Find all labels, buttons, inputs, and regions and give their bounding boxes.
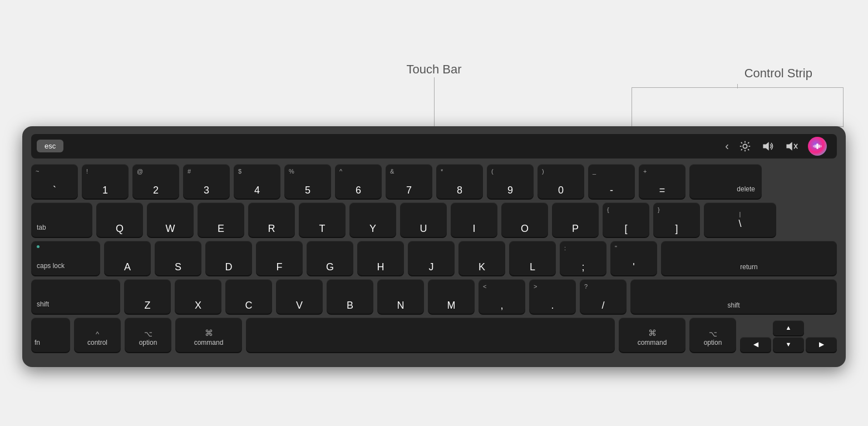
key-quote[interactable]: " '	[610, 241, 657, 275]
key-y[interactable]: Y	[349, 202, 396, 237]
key-z[interactable]: Z	[124, 279, 171, 314]
key-equals[interactable]: + =	[639, 164, 685, 199]
keyboard: esc ‹	[22, 126, 846, 367]
key-a[interactable]: A	[104, 241, 151, 275]
key-r[interactable]: R	[248, 202, 295, 237]
key-i[interactable]: I	[451, 202, 497, 237]
key-u[interactable]: U	[400, 202, 447, 237]
key-tab[interactable]: tab	[31, 202, 92, 237]
touch-bar-volume-icon[interactable]	[761, 140, 775, 152]
key-command-right[interactable]: ⌘ command	[619, 318, 685, 352]
key-e[interactable]: E	[198, 202, 244, 237]
key-x[interactable]: X	[175, 279, 221, 314]
key-caps-lock[interactable]: caps lock	[31, 241, 100, 275]
key-bracket-left[interactable]: { [	[603, 202, 649, 237]
key-w[interactable]: W	[147, 202, 194, 237]
zxcv-row: shift Z X C V B N M < , > . ? / shift	[31, 279, 837, 314]
touch-bar-line	[434, 77, 435, 127]
key-arrow-down[interactable]: ▼	[773, 337, 804, 352]
key-delete[interactable]: delete	[689, 164, 762, 199]
control-strip-left-line	[632, 87, 632, 127]
key-g[interactable]: G	[307, 241, 353, 275]
key-period[interactable]: > .	[529, 279, 576, 314]
svg-line-7	[748, 142, 749, 143]
key-2[interactable]: @ 2	[132, 164, 179, 199]
svg-point-14	[816, 143, 819, 149]
arrow-keys: ◀ ▲ ▼ ▶	[740, 320, 837, 352]
control-strip-label-line	[737, 84, 738, 88]
touch-bar-siri-icon[interactable]	[808, 137, 827, 156]
key-t[interactable]: T	[299, 202, 346, 237]
caps-lock-indicator	[37, 245, 40, 248]
key-option-left[interactable]: ⌥ option	[125, 318, 171, 352]
bottom-row: fn ^ control ⌥ option ⌘ command ⌘ comm	[31, 318, 837, 352]
key-arrow-up[interactable]: ▲	[773, 320, 804, 335]
key-m[interactable]: M	[428, 279, 475, 314]
key-9[interactable]: ( 9	[487, 164, 534, 199]
svg-line-8	[741, 149, 742, 150]
key-h[interactable]: H	[357, 241, 404, 275]
touch-bar-brightness-icon[interactable]	[739, 140, 751, 152]
key-c[interactable]: C	[225, 279, 272, 314]
key-bracket-right[interactable]: } ]	[653, 202, 700, 237]
key-4[interactable]: $ 4	[234, 164, 280, 199]
key-k[interactable]: K	[458, 241, 505, 275]
key-d[interactable]: D	[205, 241, 252, 275]
svg-point-15	[815, 145, 816, 148]
esc-key[interactable]: esc	[37, 140, 63, 152]
svg-point-18	[821, 145, 822, 147]
key-n[interactable]: N	[377, 279, 424, 314]
svg-point-0	[743, 144, 747, 148]
key-7[interactable]: & 7	[386, 164, 432, 199]
key-semicolon[interactable]: : ;	[560, 241, 606, 275]
qwerty-row: tab Q W E R T Y U I O P { [ } ] | \	[31, 202, 837, 237]
svg-marker-9	[763, 142, 768, 150]
key-8[interactable]: * 8	[436, 164, 483, 199]
touch-bar: esc ‹	[31, 134, 837, 158]
key-arrow-left[interactable]: ◀	[740, 337, 771, 352]
key-l[interactable]: L	[509, 241, 556, 275]
touch-bar-chevron-icon[interactable]: ‹	[725, 140, 729, 152]
key-shift-right[interactable]: shift	[630, 279, 837, 314]
key-return[interactable]: return	[661, 241, 837, 275]
svg-marker-10	[786, 142, 792, 150]
key-f[interactable]: F	[256, 241, 303, 275]
key-p[interactable]: P	[552, 202, 599, 237]
key-o[interactable]: O	[501, 202, 548, 237]
key-shift-left[interactable]: shift	[31, 279, 120, 314]
key-space[interactable]	[246, 318, 615, 352]
svg-point-16	[819, 145, 821, 148]
key-s[interactable]: S	[155, 241, 201, 275]
key-command-left[interactable]: ⌘ command	[175, 318, 242, 352]
key-backtick[interactable]: ~ `	[31, 164, 78, 199]
key-fn[interactable]: fn	[31, 318, 70, 352]
key-3[interactable]: # 3	[183, 164, 230, 199]
key-minus[interactable]: _ -	[588, 164, 635, 199]
svg-line-6	[748, 149, 749, 150]
key-comma[interactable]: < ,	[479, 279, 525, 314]
control-strip-top-line	[632, 87, 844, 88]
key-5[interactable]: % 5	[284, 164, 331, 199]
key-arrow-right[interactable]: ▶	[806, 337, 837, 352]
key-0[interactable]: ) 0	[537, 164, 584, 199]
key-v[interactable]: V	[276, 279, 323, 314]
arrow-up-down: ▲ ▼	[773, 320, 804, 352]
key-j[interactable]: J	[408, 241, 455, 275]
control-strip-right-line	[843, 87, 844, 127]
key-option-right[interactable]: ⌥ option	[689, 318, 736, 352]
key-q[interactable]: Q	[96, 202, 143, 237]
key-slash[interactable]: ? /	[580, 279, 627, 314]
key-b[interactable]: B	[327, 279, 373, 314]
asdf-row: caps lock A S D F G H J K L : ; " ' retu…	[31, 241, 837, 275]
page-container: Touch Bar Control Strip esc ‹	[11, 60, 857, 367]
svg-line-5	[741, 142, 742, 143]
key-control[interactable]: ^ control	[74, 318, 121, 352]
key-backslash[interactable]: | \	[704, 202, 776, 237]
key-1[interactable]: ! 1	[82, 164, 129, 199]
touch-bar-mute-icon[interactable]	[785, 140, 798, 152]
svg-point-17	[813, 145, 814, 147]
control-strip-label: Control Strip	[744, 66, 812, 81]
number-row: ~ ` ! 1 @ 2 # 3 $ 4	[31, 164, 837, 199]
key-6[interactable]: ^ 6	[335, 164, 382, 199]
touch-bar-label: Touch Bar	[406, 62, 461, 77]
